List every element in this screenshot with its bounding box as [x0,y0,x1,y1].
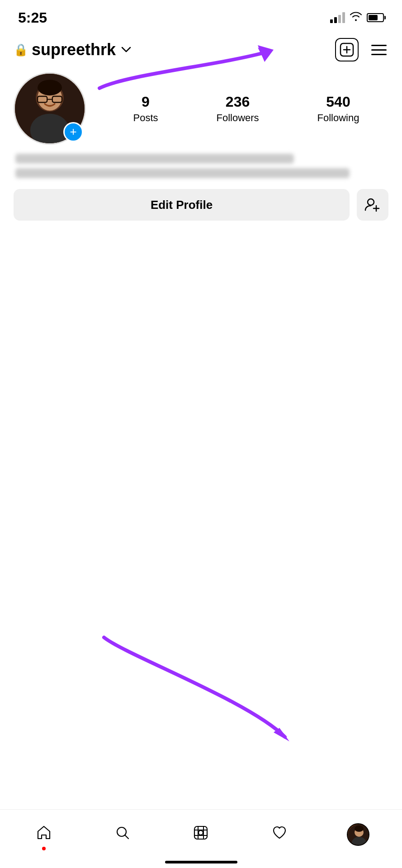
plus-icon: + [70,126,76,137]
stats-area: 9 Posts 236 Followers 540 Following [104,94,388,124]
new-post-button[interactable] [335,38,359,61]
menu-button[interactable] [369,43,388,57]
wifi-icon [350,11,362,24]
bottom-arrow [90,628,303,750]
nav-reels[interactable] [183,819,219,850]
bottom-nav [0,809,402,868]
edit-profile-button[interactable]: Edit Profile [14,189,350,221]
heart-icon [272,825,287,844]
avatar-wrapper: + [14,72,86,145]
svg-point-25 [355,826,364,832]
bio-line-2 [15,168,350,178]
followers-label: Followers [216,112,259,124]
search-icon [115,825,130,844]
followers-count: 236 [226,94,250,110]
status-bar: 5:25 [0,0,402,32]
username: supreethrk [32,40,116,59]
status-time: 5:25 [18,9,47,26]
lock-icon: 🔒 [14,43,28,57]
bio-line-1 [15,154,294,164]
username-area[interactable]: 🔒 supreethrk [14,40,131,59]
bio-area [14,154,388,178]
chevron-down-icon [121,44,131,56]
svg-point-7 [38,80,62,95]
header-actions [335,38,388,61]
home-indicator [165,861,237,863]
buttons-area: Edit Profile [14,189,388,221]
signal-icon [330,12,345,23]
nav-home[interactable] [26,819,62,850]
following-label: Following [317,112,359,124]
following-count: 540 [326,94,350,110]
profile-top: + 9 Posts 236 Followers 540 Following [14,72,388,145]
header: 🔒 supreethrk [0,32,402,68]
followers-stat[interactable]: 236 Followers [216,94,259,124]
svg-point-12 [368,199,374,205]
reels-icon [193,825,208,844]
posts-stat[interactable]: 9 Posts [133,94,158,124]
posts-label: Posts [133,112,158,124]
nav-activity[interactable] [261,819,298,850]
add-story-button[interactable]: + [63,122,83,142]
add-friend-button[interactable] [357,189,388,221]
status-icons [330,11,384,24]
svg-rect-17 [194,826,207,839]
posts-count: 9 [142,94,150,110]
following-stat[interactable]: 540 Following [317,94,359,124]
nav-search[interactable] [104,819,141,850]
nav-profile[interactable] [340,819,376,850]
svg-point-18 [199,830,203,835]
profile-nav-avatar [347,823,369,846]
svg-line-16 [125,835,128,839]
nav-home-dot [42,847,46,850]
home-icon [36,825,52,844]
battery-icon [367,13,384,22]
profile-section: + 9 Posts 236 Followers 540 Following Ed… [0,68,402,230]
